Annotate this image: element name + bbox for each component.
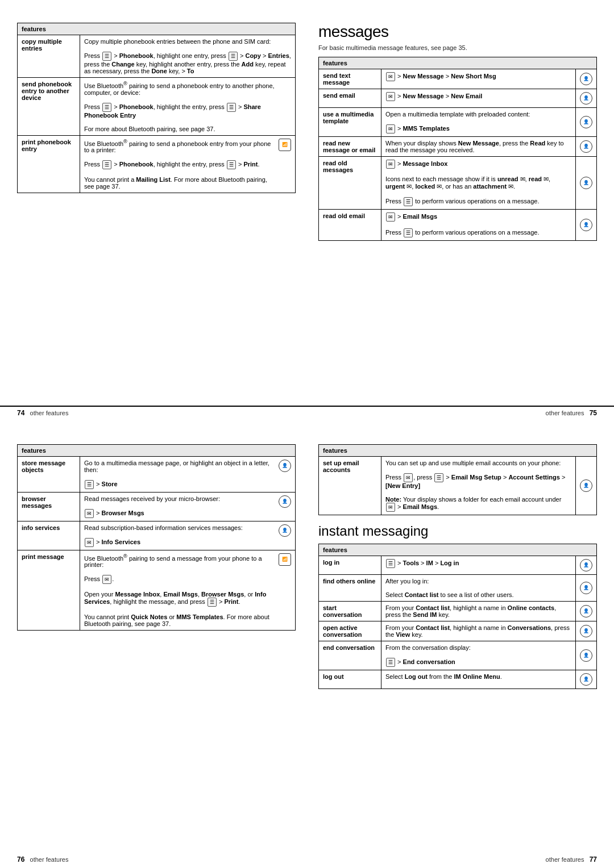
page-74: features copy multiple entries Copy mult… (17, 23, 296, 394)
msg-key: ✉ (102, 575, 111, 584)
table-row: print message Use Bluetooth® pairing to … (18, 550, 296, 631)
icon-cell: 👤 (576, 69, 597, 89)
table-row: store message objects Go to a multimedia… (18, 456, 296, 492)
feature-label: log in (319, 556, 381, 574)
table-row: print phonebook entry Use Bluetooth® pai… (18, 135, 296, 193)
icon-cell: 👤 (576, 601, 597, 621)
table-row: log out Select Log out from the IM Onlin… (319, 670, 597, 688)
feature-icon: 👤 (279, 524, 291, 537)
features-table-77-im: features log in ☰ > Tools > IM > Log in … (318, 544, 597, 689)
icon-cell: 👤 (576, 108, 597, 137)
icon-cell: 👤 (576, 137, 597, 157)
icon-cell: 👤 (576, 89, 597, 108)
footer-label-76: other features (30, 856, 69, 863)
table-row: log in ☰ > Tools > IM > Log in 👤 (319, 556, 597, 574)
feature-label: browser messages (18, 492, 80, 521)
footer-right-bottom: other features 77 (546, 856, 597, 863)
msg-key: ✉ (386, 124, 395, 133)
table-row: set up email accounts You can set up and… (319, 456, 597, 515)
feature-label: open active conversation (319, 621, 381, 641)
menu-key: ☰ (404, 197, 413, 206)
page: features copy multiple entries Copy mult… (0, 0, 614, 868)
menu-key: ☰ (227, 160, 236, 169)
msg-key: ✉ (386, 212, 395, 222)
table-row: read old email ✉ > Email Msgs Press ☰ to… (319, 210, 597, 241)
feature-desc: ☰ > Tools > IM > Log in (381, 556, 576, 574)
feature-label: log out (319, 670, 381, 688)
msg-key: ✉ (85, 509, 94, 518)
feature-label: read old messages (319, 157, 381, 210)
feature-desc: From your Contact list, highlight a name… (381, 601, 576, 621)
menu-key: ☰ (102, 52, 111, 61)
icon-cell: 👤 (576, 456, 597, 515)
table-row: browser messages Read messages received … (18, 492, 296, 521)
features-table-76: features store message objects Go to a m… (17, 444, 296, 631)
feature-icon: 👤 (580, 116, 592, 128)
feature-label: read old email (319, 210, 381, 241)
icon-cell: 👤 (576, 210, 597, 241)
footer-right: other features 75 (546, 409, 597, 417)
feature-desc: After you log in: Select Contact list to… (381, 574, 576, 601)
feature-desc: Use Bluetooth® pairing to send a message… (80, 550, 296, 631)
feature-icon: 👤 (580, 73, 592, 85)
msg-key: ✉ (386, 72, 395, 81)
page-77: features set up email accounts You can s… (318, 444, 597, 842)
feature-label: print message (18, 550, 80, 631)
table-row: use a multimedia template Open a multime… (319, 108, 597, 137)
feature-label: set up email accounts (319, 456, 381, 515)
feature-icon: 👤 (580, 582, 592, 594)
feature-icon: 👤 (580, 673, 592, 686)
msg-key: ✉ (386, 160, 395, 169)
footer-label-77: other features (546, 856, 584, 863)
icon-cell: 👤 (576, 556, 597, 574)
msg-key: ✉ (404, 473, 413, 482)
menu-key: ☰ (386, 658, 395, 667)
feature-label: print phonebook entry (18, 135, 80, 193)
table-row: open active conversation From your Conta… (319, 621, 597, 641)
feature-desc: ✉ > New Message > New Short Msg (381, 69, 576, 89)
menu-key: ☰ (229, 52, 238, 61)
menu-key: ☰ (102, 160, 111, 169)
feature-desc: Go to a multimedia message page, or high… (80, 456, 296, 492)
page-75: messages For basic multimedia message fe… (318, 23, 597, 394)
feature-icon: 👤 (580, 140, 592, 153)
feature-label: copy multiple entries (18, 35, 80, 78)
table-row: info services Read subscription-based in… (18, 521, 296, 550)
menu-key: ☰ (386, 559, 395, 568)
page-num-76: 76 (17, 856, 24, 863)
table-row: copy multiple entries Copy multiple phon… (18, 35, 296, 78)
msg-key: ✉ (85, 538, 94, 547)
footer-label-75: other features (546, 410, 584, 416)
page-num-74: 74 (17, 409, 24, 417)
table-header-74: features (18, 23, 296, 35)
menu-key: ☰ (227, 103, 236, 112)
table-header-75: features (319, 57, 597, 69)
icon-cell: 👤 (576, 670, 597, 688)
feature-label: start conversation (319, 601, 381, 621)
feature-icon: 👤 (279, 495, 291, 508)
feature-icon: 👤 (580, 219, 592, 231)
table-row: send email ✉ > New Message > New Email 👤 (319, 89, 597, 108)
icon-cell: 👤 (576, 157, 597, 210)
table-row: send text message ✉ > New Message > New … (319, 69, 597, 89)
features-table-75: features send text message ✉ > New Messa… (318, 57, 597, 241)
bottom-spread: features store message objects Go to a m… (0, 422, 614, 854)
icon-cell: 👤 (576, 621, 597, 641)
feature-desc: Use Bluetooth® pairing to send a phonebo… (80, 78, 296, 136)
footer-left-bottom: 76 other features (17, 856, 68, 863)
feature-label: send phonebook entry to another device (18, 78, 80, 136)
top-footer: 74 other features other features 75 (0, 407, 614, 422)
bottom-footer: 76 other features other features 77 (0, 853, 614, 868)
feature-desc: Select Log out from the IM Online Menu. (381, 670, 576, 688)
table-row: send phonebook entry to another device U… (18, 78, 296, 136)
feature-desc: ✉ > Message Inbox Icons next to each mes… (381, 157, 576, 210)
feature-desc: ✉ > New Message > New Email (381, 89, 576, 108)
feature-desc: Copy multiple phonebook entries between … (80, 35, 296, 78)
feature-icon: 👤 (279, 460, 291, 472)
section-subtitle-messages: For basic multimedia message features, s… (318, 44, 597, 51)
section-title-messages: messages (318, 23, 597, 41)
table-row: find others online After you log in: Sel… (319, 574, 597, 601)
menu-key: ☰ (85, 480, 94, 489)
page-num-77: 77 (590, 856, 597, 863)
msg-key: ✉ (386, 92, 395, 101)
